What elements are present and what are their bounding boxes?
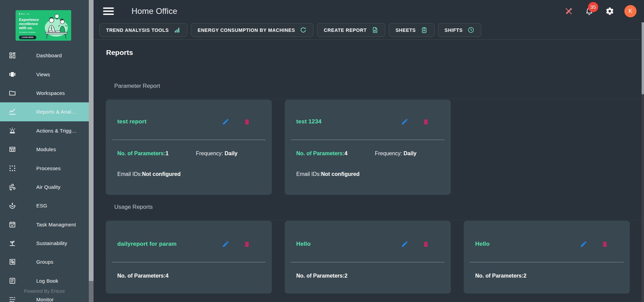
usage-report-cards: dailyreport for param No. of Parameters:… — [106, 220, 644, 294]
parameters-label: No. of Parameters: — [117, 273, 165, 279]
sidebar-item-label: Log Book — [36, 278, 58, 284]
app-root: Meet - Co Experience excellence with us.… — [0, 0, 644, 302]
frequency-field: Frequency: Daily — [196, 150, 238, 157]
section-title-parameter-report: Parameter Report — [114, 83, 644, 89]
toolbar-tabs: TREND ANALYSIS TOOLS ENERGY CONSUMPTION … — [99, 23, 644, 37]
trash-icon — [602, 241, 608, 247]
card-stats-line: No. of Parameters:1 Frequency: Daily — [106, 150, 272, 157]
sidebar-item-esg[interactable]: ESG — [0, 196, 89, 215]
parameters-label: No. of Parameters: — [296, 273, 344, 279]
email-label: Email IDs: — [117, 171, 142, 177]
edit-off-button[interactable] — [563, 5, 575, 17]
sidebar-item-processes[interactable]: Processes — [0, 159, 89, 177]
pencil-icon — [401, 240, 408, 248]
sidebar-item-modules[interactable]: Modules — [0, 140, 89, 159]
parameters-value: 2 — [523, 273, 526, 279]
sidebar-item-log-book[interactable]: Log Book — [0, 271, 89, 290]
pencil-icon — [580, 240, 587, 248]
tab-sheets[interactable]: SHEETS — [389, 23, 435, 37]
sidebar-item-dashboard[interactable]: Dashboard — [0, 46, 89, 65]
sidebar-item-air-quality[interactable]: Air Quality — [0, 178, 89, 196]
delete-button[interactable] — [422, 240, 430, 248]
tab-create-report[interactable]: CREATE REPORT — [317, 23, 385, 37]
card-header: dailyreport for param — [106, 240, 272, 248]
sidebar-item-label: ESG — [36, 203, 47, 208]
dashboard-icon — [8, 52, 16, 59]
edit-button[interactable] — [221, 240, 230, 248]
tab-energy-consumption[interactable]: ENERGY CONSUMPTION BY MACHINES — [191, 23, 314, 37]
tab-label: SHEETS — [396, 27, 416, 33]
calendar-check-icon — [8, 221, 16, 228]
wind-icon — [8, 183, 16, 191]
delete-button[interactable] — [243, 118, 251, 126]
trash-icon — [244, 119, 250, 125]
tab-trend-analysis-tools[interactable]: TREND ANALYSIS TOOLS — [99, 23, 187, 37]
sidebar-item-label: Workspaces — [36, 90, 65, 96]
sidebar-item-task-management[interactable]: Task Managment — [0, 215, 89, 234]
pencil-icon — [401, 118, 408, 125]
parameters-field: No. of Parameters:2 — [296, 273, 347, 279]
banner-heading: Experience excellence with us. — [19, 18, 43, 30]
plant-icon — [8, 239, 16, 247]
card-actions — [221, 240, 251, 248]
dots-grid-icon — [8, 164, 16, 172]
card-email-line: Email IDs:Not configured — [285, 171, 451, 177]
sidebar-item-label: Monitor — [36, 297, 54, 302]
email-field: Email IDs:Not configured — [117, 171, 181, 177]
sidebar-item-views[interactable]: Views — [0, 65, 89, 83]
report-card: Hello No. of Parameters:2 — [285, 221, 451, 294]
parameters-value: 1 — [165, 150, 168, 156]
report-file-icon — [371, 26, 379, 34]
settings-button[interactable] — [604, 5, 616, 17]
sidebar-nav: Dashboard Views Workspaces Reports & Ana… — [0, 46, 89, 302]
frequency-label: Frequency: — [375, 150, 403, 156]
clipboard-icon — [421, 26, 428, 34]
content-scrollbar[interactable] — [642, 22, 644, 302]
content-scrollbar-thumb[interactable] — [642, 22, 644, 94]
edit-button[interactable] — [400, 240, 409, 248]
bar-chart-icon — [174, 26, 181, 34]
powered-by-text: Powered By Enture — [0, 288, 89, 294]
delete-button[interactable] — [243, 240, 251, 248]
report-card: test report No. of Parameters:1 Frequenc… — [106, 100, 272, 195]
sidebar-item-sustainability[interactable]: Sustainability — [0, 234, 89, 253]
monitor-lines-icon — [8, 296, 16, 302]
delete-button[interactable] — [601, 240, 609, 248]
sidebar: Meet - Co Experience excellence with us.… — [0, 0, 89, 302]
card-actions — [400, 117, 430, 126]
sidebar-item-groups[interactable]: Groups — [0, 253, 89, 271]
edit-button[interactable] — [579, 240, 588, 248]
edit-button[interactable] — [400, 117, 409, 126]
sidebar-item-actions-triggers[interactable]: Actions & Trigg… — [0, 121, 89, 140]
notification-badge: 35 — [588, 2, 598, 12]
edit-off-icon — [564, 7, 573, 16]
siren-icon — [8, 127, 16, 135]
topbar-actions: 35 K — [563, 5, 637, 17]
card-divider — [112, 140, 266, 140]
tab-shifts[interactable]: SHIFTS — [438, 23, 481, 37]
views-icon — [8, 71, 16, 78]
delete-button[interactable] — [422, 118, 430, 126]
sidebar-item-reports-analytics[interactable]: Reports & Anal… — [0, 102, 89, 121]
report-name: dailyreport for param — [117, 241, 221, 247]
tab-label: SHIFTS — [445, 27, 463, 33]
edit-button[interactable] — [221, 117, 230, 126]
report-name: Hello — [296, 241, 400, 247]
card-stats-line: No. of Parameters:4 Frequency: Daily — [285, 150, 451, 157]
sidebar-item-label: Air Quality — [36, 184, 60, 190]
sidebar-scrollbar[interactable] — [89, 0, 94, 302]
sidebar-item-workspaces[interactable]: Workspaces — [0, 84, 89, 102]
banner-learn-more-button: LEARN MORE — [19, 36, 36, 39]
email-label: Email IDs: — [296, 171, 321, 177]
sidebar-item-label: Reports & Anal… — [36, 109, 76, 115]
page-header-title: Home Office — [132, 6, 177, 16]
user-avatar[interactable]: K — [624, 5, 637, 17]
notifications-button[interactable]: 35 — [583, 5, 595, 17]
menu-toggle-button[interactable] — [103, 7, 114, 15]
line-chart-icon — [8, 108, 16, 116]
card-header: Hello — [285, 240, 451, 248]
frequency-value: Daily — [224, 150, 237, 156]
card-actions — [400, 240, 430, 248]
pencil-icon — [222, 118, 229, 125]
email-value: Not configured — [142, 171, 181, 177]
